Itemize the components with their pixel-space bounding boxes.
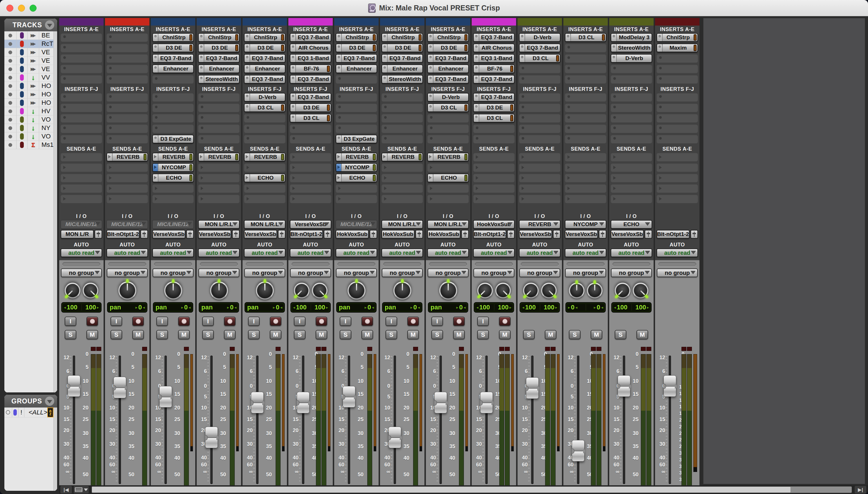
output-path-button[interactable]: Blt-nOtpt1-2 — [290, 230, 323, 239]
insert-fj-slot-empty-1[interactable] — [656, 103, 698, 112]
insert-fj-slot-empty-3[interactable] — [152, 124, 194, 133]
output-path-button[interactable]: Blt-nOtpt1-2 — [473, 230, 506, 239]
send-slot-empty-3[interactable] — [152, 184, 194, 193]
insert-ae-slot-1[interactable]: StereoWidth — [611, 43, 652, 52]
send-slot-empty-4[interactable] — [106, 194, 148, 203]
pan-value-display[interactable]: pan▸0◂ — [244, 302, 285, 312]
insert-fj-slot-empty-4[interactable] — [427, 135, 469, 144]
clip-indicator[interactable] — [551, 347, 556, 351]
send-slot-empty-0[interactable] — [519, 153, 560, 162]
record-arm-button[interactable] — [132, 317, 144, 326]
input-monitor-button[interactable]: I — [294, 317, 305, 326]
insert-fj-slot-empty-2[interactable] — [565, 114, 606, 122]
send-slot-empty-1[interactable] — [473, 163, 515, 172]
insert-fj-slot-2[interactable]: D3 CL — [290, 114, 331, 122]
clip-indicator[interactable] — [96, 347, 101, 351]
insert-ae-slot-2[interactable]: EQ3 7-Band — [152, 54, 194, 63]
input-monitor-button[interactable]: I — [431, 317, 443, 326]
insert-ae-slot-empty-4[interactable] — [106, 75, 148, 83]
insert-fj-slot-2[interactable]: D3 CL — [473, 114, 515, 122]
pan-value-display[interactable]: ◂100100▸ — [290, 302, 331, 312]
send-slot-empty-4[interactable] — [519, 194, 560, 203]
output-path-button[interactable]: VerseVoxSb — [198, 230, 231, 239]
track-list-item-VE[interactable]: ▶▶VE — [4, 57, 57, 65]
insert-ae-slot-1[interactable]: D3 DE — [244, 43, 285, 52]
insert-fj-slot-empty-3[interactable] — [61, 124, 102, 133]
record-arm-button[interactable] — [361, 317, 373, 326]
send-slot-empty-3[interactable] — [427, 184, 469, 193]
output-window-button[interactable] — [232, 230, 240, 239]
clip-indicator[interactable] — [91, 347, 96, 351]
insert-ae-slot-empty-1[interactable] — [106, 43, 148, 52]
send-slot-empty-4[interactable] — [61, 194, 102, 203]
track-list-item-HO[interactable]: ▶▶HO — [4, 90, 57, 99]
mute-button[interactable]: M — [591, 330, 602, 339]
solo-button[interactable]: S — [111, 330, 122, 339]
fader-track[interactable] — [256, 356, 258, 484]
clip-indicator[interactable] — [276, 347, 280, 351]
send-slot-empty-4[interactable] — [656, 194, 698, 203]
send-slot-empty-4[interactable] — [152, 194, 194, 203]
input-path-button[interactable]: MON L/R.L — [381, 220, 423, 229]
send-slot-empty-2[interactable] — [198, 174, 240, 182]
insert-ae-slot-2[interactable]: EQ3 7-Band — [198, 54, 240, 63]
fader-track[interactable] — [119, 356, 121, 484]
insert-fj-slot-empty-0[interactable] — [106, 93, 148, 101]
insert-ae-slot-3[interactable]: Enhancer — [381, 64, 423, 73]
send-slot-2[interactable]: ECHO — [427, 174, 469, 182]
solo-button[interactable]: S — [386, 330, 397, 339]
insert-ae-slot-0[interactable]: ModDelay 3 — [611, 33, 652, 42]
clip-indicator[interactable] — [596, 347, 601, 351]
insert-ae-slot-2[interactable]: D3 CL — [519, 54, 560, 63]
solo-button[interactable]: S — [340, 330, 351, 339]
automation-mode-button[interactable]: auto read — [565, 248, 606, 257]
insert-ae-slot-empty-0[interactable] — [106, 33, 148, 42]
send-slot-empty-1[interactable] — [565, 163, 606, 172]
insert-ae-slot-3[interactable]: BF-76 — [290, 64, 331, 73]
insert-fj-slot-empty-4[interactable] — [565, 135, 606, 144]
clip-indicator[interactable] — [591, 347, 596, 351]
clip-indicator[interactable] — [682, 347, 686, 351]
pan-knob-left[interactable] — [569, 283, 585, 298]
insert-ae-slot-3[interactable]: BF-76 — [473, 64, 515, 73]
minimize-window-button[interactable] — [18, 5, 25, 12]
clip-indicator[interactable] — [321, 347, 327, 351]
insert-fj-slot-empty-4[interactable] — [656, 135, 698, 144]
solo-button[interactable]: S — [523, 330, 535, 339]
automation-mode-button[interactable]: auto read — [198, 248, 240, 257]
solo-button[interactable]: S — [294, 330, 305, 339]
pan-knob[interactable] — [348, 282, 366, 300]
insert-fj-slot-1[interactable]: D3 DE — [473, 103, 515, 112]
send-slot-empty-0[interactable] — [565, 153, 606, 162]
clip-indicator[interactable] — [499, 347, 504, 351]
record-arm-button[interactable] — [499, 317, 511, 326]
insert-ae-slot-4[interactable]: EQ3 7-Band — [473, 75, 515, 83]
insert-ae-slot-4[interactable]: EQ3 7-Band — [427, 75, 469, 83]
insert-fj-slot-1[interactable]: D3 CL — [244, 103, 285, 112]
send-slot-0[interactable]: REVERB — [336, 153, 377, 162]
clip-indicator[interactable] — [367, 347, 372, 351]
pan-knob[interactable] — [393, 282, 411, 300]
output-path-button[interactable]: VerseVoxSb — [611, 230, 644, 239]
input-path-button[interactable]: MON L/R.L — [427, 220, 469, 229]
send-slot-empty-1[interactable] — [198, 163, 240, 172]
insert-fj-slot-empty-1[interactable] — [611, 103, 652, 112]
clip-indicator[interactable] — [459, 347, 464, 351]
automation-mode-button[interactable]: auto read — [61, 248, 102, 257]
fader-track[interactable] — [73, 356, 75, 484]
insert-fj-slot-1[interactable]: D3 CL — [427, 103, 469, 112]
pan-value-display[interactable]: ◂100100▸ — [474, 302, 514, 312]
mute-button[interactable]: M — [86, 330, 98, 339]
fader-track[interactable] — [302, 356, 304, 484]
send-slot-empty-1[interactable] — [656, 163, 698, 172]
output-path-button[interactable]: HokVoxSub — [336, 230, 369, 239]
insert-ae-slot-4[interactable]: EQ3 7-Band — [244, 75, 285, 83]
send-slot-0[interactable]: REVERB — [244, 153, 285, 162]
send-slot-empty-3[interactable] — [336, 184, 377, 193]
send-slot-empty-1[interactable] — [519, 163, 560, 172]
insert-fj-slot-empty-4[interactable] — [381, 135, 423, 144]
insert-ae-slot-empty-4[interactable] — [656, 75, 698, 83]
insert-ae-slot-2[interactable]: D-Verb — [611, 54, 652, 63]
insert-ae-slot-0[interactable]: ChnlStrp — [656, 33, 698, 42]
send-slot-empty-3[interactable] — [656, 184, 698, 193]
